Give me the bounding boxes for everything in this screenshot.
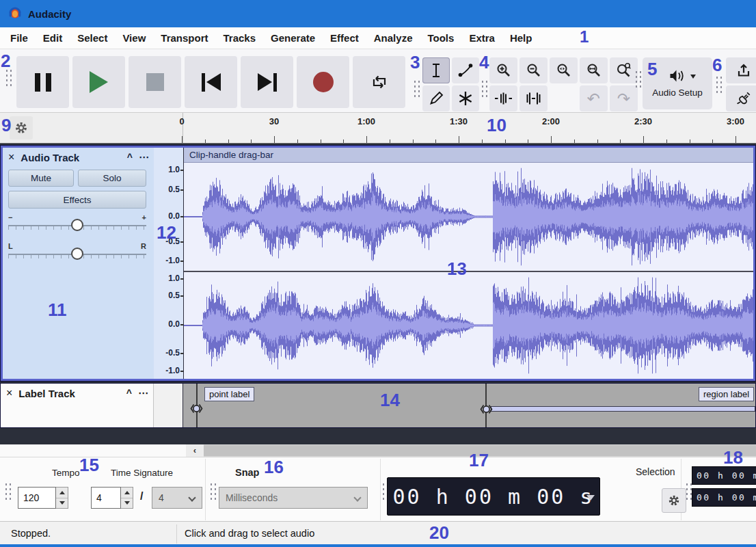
pause-button[interactable] [16, 56, 69, 108]
zoom-toggle-button[interactable] [610, 57, 638, 83]
menu-item-select[interactable]: Select [70, 27, 115, 49]
multi-tool-button[interactable] [452, 85, 479, 111]
timeline-minor-tick [321, 139, 321, 143]
mute-button[interactable]: Mute [8, 170, 74, 187]
edit-toolbar: ↶ ↷ [489, 57, 638, 111]
time-signature-toolbar-grip[interactable] [4, 482, 12, 500]
time-signature-upper-input[interactable]: 4 [91, 487, 121, 509]
selection-options-button[interactable] [662, 488, 686, 513]
share-audio-button[interactable] [726, 57, 756, 83]
time-format-dropdown-arrow[interactable] [586, 495, 595, 505]
menu-item-transport[interactable]: Transport [153, 27, 215, 49]
audacity-logo-icon [8, 5, 22, 22]
menu-item-analyze[interactable]: Analyze [366, 27, 420, 49]
zoom-toggle-icon [616, 62, 632, 79]
gain-slider[interactable]: −+ [8, 213, 146, 234]
menu-item-effect[interactable]: Effect [323, 27, 366, 49]
tools-toolbar-grip[interactable] [413, 79, 421, 97]
audio-track[interactable]: × Audio Track ^ ⋯ Mute Solo Effects −+ L… [0, 145, 756, 382]
snap-toolbar-grip[interactable] [209, 482, 217, 500]
menu-item-tools[interactable]: Tools [420, 27, 461, 49]
zoom-out-button[interactable] [519, 57, 548, 83]
annotation-16: 16 [264, 458, 284, 476]
pause-icon [35, 73, 51, 92]
stop-button[interactable] [129, 56, 181, 108]
undo-button[interactable]: ↶ [580, 85, 608, 111]
selection-tool-button[interactable] [422, 57, 450, 83]
menu-item-view[interactable]: View [115, 27, 153, 49]
snap-mode-select[interactable]: Milliseconds [219, 487, 368, 509]
edit-toolbar-grip[interactable] [481, 79, 489, 97]
zoom-in-button[interactable] [489, 57, 517, 83]
vertical-scale[interactable]: 1.00.50.0-0.5-1.0 1.00.50.0-0.5-1.0 [154, 148, 183, 379]
time-display[interactable]: 00 h 00 m 00 s [387, 477, 600, 516]
loop-button[interactable] [353, 56, 405, 108]
record-button[interactable] [297, 56, 349, 108]
audio-track-title[interactable]: Audio Track [21, 152, 79, 163]
label-track-menu-button[interactable]: ⋯ [138, 387, 149, 399]
timeline-minor-tick [505, 139, 506, 143]
region-label-bar[interactable] [491, 406, 755, 412]
point-label[interactable]: point label [204, 387, 254, 401]
plugin-manager-button[interactable] [726, 85, 756, 111]
label-track-area[interactable]: point label region label [183, 384, 755, 427]
pan-slider-thumb[interactable] [71, 248, 83, 260]
timeline-ruler[interactable]: 0301:001:302:002:303:00 [0, 113, 756, 144]
fit-selection-button[interactable] [550, 57, 578, 83]
scale-label: 0.5 [168, 291, 180, 300]
menu-item-tracks[interactable]: Tracks [216, 27, 264, 49]
share-toolbar [726, 57, 756, 111]
menu-item-generate[interactable]: Generate [263, 27, 323, 49]
audio-setup-grip[interactable] [634, 70, 643, 88]
trim-audio-button[interactable] [489, 85, 517, 111]
draw-tool-button[interactable] [422, 85, 450, 111]
timeline-options-button[interactable] [10, 116, 33, 139]
scale-label: -0.5 [165, 348, 180, 358]
silence-audio-button[interactable] [519, 85, 548, 111]
fit-project-button[interactable] [580, 57, 608, 83]
play-button[interactable] [72, 56, 125, 108]
share-toolbar-grip[interactable] [715, 75, 723, 93]
effects-button[interactable]: Effects [8, 191, 146, 209]
time-signature-lower-select[interactable]: 4 [152, 487, 202, 509]
clip-handle-drag-bar[interactable]: Clip-handle drag-bar [184, 148, 753, 163]
waveform-area[interactable]: Clip-handle drag-bar [183, 148, 753, 379]
bottom-toolbar-area: Tempo Time Signature 120 4 / 4 Snap Mill… [0, 457, 756, 521]
point-label-handle[interactable] [190, 401, 203, 416]
collapse-track-button[interactable]: ^ [127, 152, 133, 163]
menu-item-extra[interactable]: Extra [461, 27, 502, 49]
waveform-channel-2[interactable] [184, 272, 753, 379]
close-track-button[interactable]: × [8, 151, 14, 163]
close-label-track-button[interactable]: × [6, 387, 12, 399]
skip-to-start-button[interactable] [185, 56, 237, 108]
tempo-input[interactable]: 120 [18, 487, 56, 509]
horizontal-scrollbar[interactable]: ‹ [0, 444, 756, 457]
selection-start-field[interactable]: 00 h 00 m 00 s [692, 466, 756, 485]
envelope-tool-button[interactable] [452, 57, 479, 83]
track-menu-button[interactable]: ⋯ [139, 151, 150, 163]
selection-end-field[interactable]: 00 h 00 m 00 s [692, 488, 756, 507]
scroll-left-button[interactable]: ‹ [186, 444, 204, 457]
region-label[interactable]: region label [699, 387, 754, 401]
timeline-minor-tick [390, 139, 390, 143]
pan-slider[interactable]: LR [8, 242, 146, 263]
status-hint: Click and drag to select audio [185, 528, 314, 539]
skip-to-end-button[interactable] [241, 56, 293, 108]
collapse-label-track-button[interactable]: ^ [126, 388, 132, 399]
trim-audio-icon [494, 92, 513, 105]
menu-item-edit[interactable]: Edit [36, 27, 70, 49]
tempo-spinner[interactable] [56, 487, 68, 509]
timeline-options-area [0, 113, 183, 143]
label-track-title[interactable]: Label Track [18, 388, 75, 399]
timeline-minor-tick [205, 139, 206, 143]
menu-bar: FileEditSelectViewTransportTracksGenerat… [0, 27, 756, 49]
solo-button[interactable]: Solo [78, 170, 146, 187]
menu-item-help[interactable]: Help [502, 27, 540, 49]
time-signature-spinner[interactable] [121, 487, 133, 509]
region-label-handle[interactable] [480, 402, 493, 416]
redo-button[interactable]: ↷ [610, 85, 638, 111]
menu-item-file[interactable]: File [3, 27, 36, 49]
label-track[interactable]: × Label Track ^ ⋯ point label region lab… [0, 383, 756, 428]
gain-slider-thumb[interactable] [71, 219, 83, 231]
waveform-channel-1[interactable] [184, 163, 753, 271]
